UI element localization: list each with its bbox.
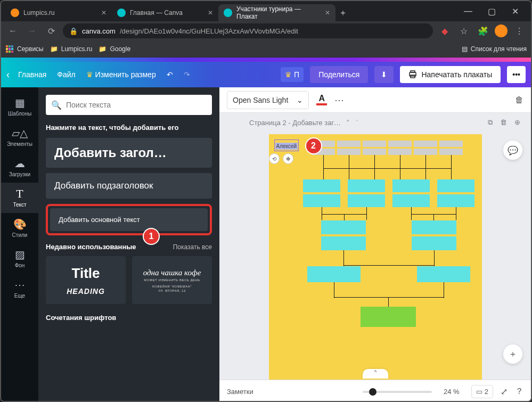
zoom-slider[interactable] <box>363 391 432 393</box>
back-button[interactable]: ← <box>5 23 20 38</box>
rail-templates[interactable]: ▦ Шаблоны <box>1 92 38 122</box>
canvas-footer: Заметки 24 % ▭ 2 ⤢ ？ <box>219 380 531 402</box>
new-tab-button[interactable]: ＋ <box>335 4 350 21</box>
bookmark-google[interactable]: 📁 Google <box>99 45 130 53</box>
print-button[interactable]: Напечатать плакаты <box>400 66 501 83</box>
text-color-icon: A <box>319 94 325 103</box>
browser-titlebar: Lumpics.ru ✕ Главная — Canva ✕ Участники… <box>1 1 531 21</box>
help-button[interactable]: ？ <box>515 386 523 397</box>
delete-page-button[interactable]: 🗑 <box>500 118 507 127</box>
print-icon <box>408 70 417 79</box>
browser-menu-button[interactable]: ⋮ <box>512 23 527 38</box>
folder-icon: 📁 <box>50 45 58 53</box>
tab-strip: Lumpics.ru ✕ Главная — Canva ✕ Участники… <box>1 1 456 21</box>
tab-lumpics[interactable]: Lumpics.ru ✕ <box>5 4 112 21</box>
redo-button[interactable]: ↷ <box>182 67 192 82</box>
zoom-value[interactable]: 24 % <box>439 388 464 396</box>
svg-rect-1 <box>9 45 11 47</box>
fonts-section-title: Сочетания шрифтов <box>46 314 212 322</box>
svg-rect-7 <box>9 51 11 53</box>
reading-list-button[interactable]: ▤ Список для чтения <box>462 45 527 53</box>
tab-canva-design[interactable]: Участники турнира — Плакат ✕ <box>218 4 335 21</box>
premium-button[interactable]: ♛П <box>281 67 304 82</box>
add-subheading-button[interactable]: Добавить подзаголовок <box>46 173 212 199</box>
more-icon: ⋯ <box>14 279 25 291</box>
extension-yandex[interactable]: ◆ <box>437 23 452 38</box>
resize-button[interactable]: ♛ Изменить размер <box>84 67 158 82</box>
download-button[interactable]: ⬇ <box>374 66 394 83</box>
close-icon[interactable]: ✕ <box>101 9 107 17</box>
search-icon: 🔍 <box>51 100 62 110</box>
file-menu[interactable]: Файл <box>55 67 77 82</box>
rail-uploads[interactable]: ☁ Загрузки <box>1 152 38 183</box>
home-link[interactable]: Главная <box>16 67 48 82</box>
add-page-button[interactable]: ⊕ <box>514 118 520 127</box>
more-menu-button[interactable]: ••• <box>507 66 526 83</box>
text-color-button[interactable]: A <box>316 94 327 105</box>
panel-hint: Нажмите на текст, чтобы добавить его <box>46 124 212 132</box>
apps-icon <box>5 45 14 53</box>
profile-avatar[interactable] <box>495 24 508 37</box>
selected-text-element[interactable]: Алексей ⟲ ✥ 2 <box>274 140 299 151</box>
url-input[interactable]: 🔒 canva.com/design/DAEo1w0v4nc/GuHELUej3… <box>63 23 433 38</box>
rail-text[interactable]: T Текст <box>1 183 38 213</box>
favicon <box>117 9 126 17</box>
page-up-button[interactable]: ˄ <box>346 119 350 127</box>
tab-canva-home[interactable]: Главная — Canva ✕ <box>112 4 218 21</box>
recent-item-cursive[interactable]: одна чашка кофе МОЖЕТ ИЗМЕНИТЬ ВЕСЬ ДЕНЬ… <box>132 256 212 304</box>
panel-collapse-handle[interactable] <box>213 231 219 257</box>
maximize-button[interactable]: ▢ <box>480 3 503 20</box>
poster-canvas[interactable]: Алексей ⟲ ✥ 2 <box>269 134 482 380</box>
recent-item-title[interactable]: Title HEADING <box>46 256 126 304</box>
page-title[interactable]: Страница 2 - Добавьте заг… <box>249 119 341 127</box>
notes-button[interactable]: Заметки <box>227 388 253 396</box>
extensions-icon[interactable]: 🧩 <box>476 23 490 38</box>
bookmarks-bar: Сервисы 📁 Lumpics.ru 📁 Google ▤ Список д… <box>1 40 531 58</box>
close-icon[interactable]: ✕ <box>325 9 330 17</box>
expand-pages-button[interactable]: ˄ <box>363 369 388 379</box>
rail-background[interactable]: ▨ Фон <box>1 243 38 274</box>
fullscreen-button[interactable]: ⤢ <box>501 387 508 397</box>
bookmark-lumpics[interactable]: 📁 Lumpics.ru <box>50 45 93 53</box>
back-home-button[interactable]: ‹ <box>6 69 10 80</box>
crown-icon: ♛ <box>285 70 292 79</box>
search-input[interactable] <box>66 101 207 109</box>
add-button[interactable]: ＋ <box>503 344 522 364</box>
rail-styles[interactable]: 🎨 Стили <box>1 213 38 243</box>
close-icon[interactable]: ✕ <box>208 9 213 17</box>
undo-button[interactable]: ↶ <box>165 67 175 82</box>
bookmark-star-icon[interactable]: ☆ <box>456 23 471 38</box>
app-body: ▦ Шаблоны ▱△ Элементы ☁ Загрузки T Текст… <box>1 87 531 402</box>
rail-elements[interactable]: ▱△ Элементы <box>1 122 38 152</box>
search-box[interactable]: 🔍 <box>46 95 212 115</box>
annotation-badge-2: 2 <box>305 137 322 154</box>
page-down-button[interactable]: ˅ <box>355 119 359 127</box>
close-window-button[interactable]: ✕ <box>503 3 527 20</box>
move-handle[interactable]: ✥ <box>283 153 293 164</box>
toolbar-more-button[interactable]: ⋯ <box>334 94 344 106</box>
minimize-button[interactable]: — <box>456 3 480 20</box>
text-value[interactable]: Алексей <box>275 143 298 150</box>
rail-more[interactable]: ⋯ Еще <box>1 274 38 304</box>
canva-topbar: ‹ Главная Файл ♛ Изменить размер ↶ ↷ ♛П … <box>1 62 531 87</box>
highlight-annotation: Добавить основной текст 1 <box>46 204 212 235</box>
rotate-handle[interactable]: ⟲ <box>269 153 280 164</box>
crown-icon: ♛ <box>86 70 93 79</box>
comment-button[interactable]: 💬 <box>503 141 522 160</box>
delete-button[interactable]: 🗑 <box>515 95 523 105</box>
add-heading-button[interactable]: Добавить загол… <box>46 138 212 168</box>
duplicate-page-button[interactable]: ⧉ <box>488 118 493 127</box>
forward-button[interactable]: → <box>24 23 39 38</box>
background-icon: ▨ <box>15 249 25 260</box>
canvas-viewport[interactable]: Алексей ⟲ ✥ 2 💬 ＋ ˄ <box>219 132 531 380</box>
bookmark-services[interactable]: Сервисы <box>5 45 44 53</box>
page-count-button[interactable]: ▭ 2 <box>471 385 493 398</box>
show-all-link[interactable]: Показать все <box>173 243 212 251</box>
zoom-knob[interactable] <box>369 388 377 396</box>
list-icon: ▤ <box>462 45 468 53</box>
font-dropdown[interactable]: Open Sans Light ⌄ <box>227 91 309 109</box>
share-button[interactable]: Поделиться <box>310 66 368 83</box>
chevron-down-icon: ⌄ <box>297 96 303 104</box>
add-body-text-button[interactable]: Добавить основной текст <box>50 208 208 231</box>
reload-button[interactable]: ⟳ <box>44 23 59 38</box>
